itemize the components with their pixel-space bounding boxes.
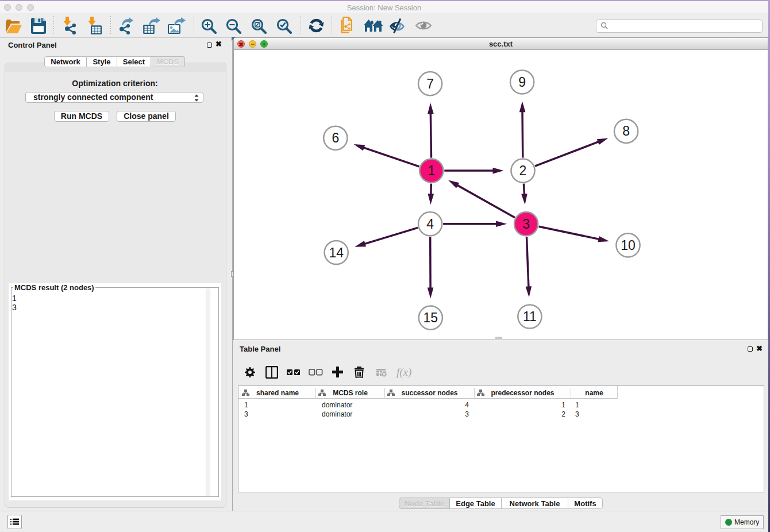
svg-text:6: 6 bbox=[332, 130, 339, 145]
svg-text:7: 7 bbox=[426, 76, 434, 91]
svg-text:3: 3 bbox=[522, 217, 530, 232]
svg-text:9: 9 bbox=[518, 75, 526, 90]
svg-text:11: 11 bbox=[523, 309, 537, 324]
svg-text:10: 10 bbox=[621, 238, 636, 253]
svg-text:14: 14 bbox=[329, 245, 344, 260]
svg-text:15: 15 bbox=[424, 310, 438, 325]
svg-text:4: 4 bbox=[426, 217, 434, 232]
svg-text:1: 1 bbox=[428, 163, 435, 178]
svg-text:2: 2 bbox=[519, 163, 527, 178]
svg-text:8: 8 bbox=[622, 124, 630, 138]
